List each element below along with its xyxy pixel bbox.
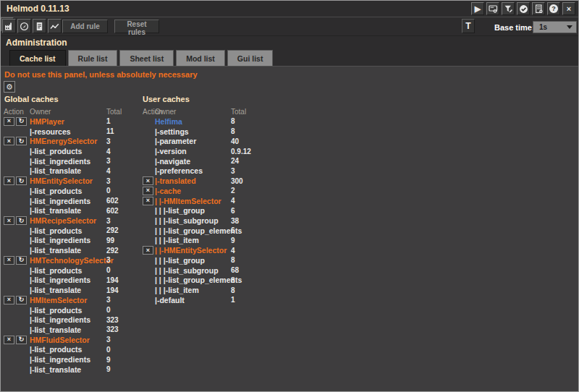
tab-gui-list[interactable]: Gui list <box>227 50 274 66</box>
toolbar-icon-group <box>2 19 62 33</box>
cache-total: 3 <box>106 336 141 344</box>
cache-owner: |-resources <box>30 127 106 136</box>
cache-total: 323 <box>106 316 141 324</box>
cache-owner: |-preferences <box>155 166 231 175</box>
row-actions: × <box>143 246 155 255</box>
refresh-icon: ↻ <box>19 138 25 145</box>
refresh-button[interactable]: ↻ <box>16 137 27 145</box>
cache-row: |-preferences3 <box>143 166 276 176</box>
delete-button[interactable]: × <box>143 197 153 205</box>
delete-button[interactable]: × <box>4 336 14 344</box>
cache-row: ×↻HMItemSelector3 <box>4 295 141 305</box>
row-actions: ×↻ <box>4 176 30 185</box>
column-owner: Owner <box>30 108 106 116</box>
delete-button[interactable]: × <box>4 216 14 225</box>
text-mode-button[interactable]: T <box>462 19 475 33</box>
cache-owner: |-list_translate <box>30 166 106 175</box>
cache-total: 8 <box>231 286 274 294</box>
refresh-icon: ↻ <box>19 297 25 303</box>
gear-button[interactable]: ⚙ <box>4 81 15 93</box>
play-button[interactable]: ▶ <box>471 2 484 15</box>
delete-button[interactable]: × <box>4 137 14 145</box>
cache-row: ×| |-HMEntitySelector4 <box>143 245 276 255</box>
base-time-dropdown[interactable]: 1s <box>533 21 577 33</box>
cache-owner: Helfima <box>155 117 231 126</box>
cache-total: 194 <box>106 276 141 284</box>
cache-row: | | |-list_subgroup38 <box>143 216 276 226</box>
cache-total: 40 <box>231 137 274 145</box>
cache-row: |-list_products0 <box>4 305 141 315</box>
cache-total: 9 <box>106 356 141 364</box>
cache-row: |-list_products4 <box>4 146 141 156</box>
sheet-button[interactable] <box>33 19 46 33</box>
delete-button[interactable]: × <box>4 176 14 185</box>
refresh-button[interactable]: ↻ <box>16 336 27 344</box>
cache-owner: HMItemSelector <box>30 296 106 304</box>
user-caches-title: User caches <box>143 95 190 103</box>
cache-total: 292 <box>106 226 141 234</box>
delete-button[interactable]: × <box>143 246 153 255</box>
cache-row: ×↻HMPlayer1 <box>4 116 141 127</box>
cache-row: |-list_translate292 <box>4 245 141 255</box>
tab-mod-list[interactable]: Mod list <box>176 50 225 66</box>
close-icon: × <box>146 187 150 194</box>
close-icon: × <box>567 5 571 13</box>
cache-owner: |-version <box>155 147 231 155</box>
tab-rule-list[interactable]: Rule list <box>68 50 118 66</box>
cache-owner: |-list_translate <box>30 325 106 334</box>
cache-total: 4 <box>231 197 274 205</box>
cache-owner: |-list_ingredients <box>30 236 106 244</box>
cache-owner: | | |-list_subgroup <box>155 266 231 275</box>
cache-owner: |-list_products <box>30 147 106 155</box>
close-icon: × <box>7 118 11 124</box>
refresh-button[interactable]: ↻ <box>16 296 27 304</box>
refresh-button[interactable]: ↻ <box>16 256 27 265</box>
refresh-button[interactable]: ↻ <box>16 176 27 185</box>
delete-button[interactable]: × <box>4 256 14 265</box>
cache-row: ×↻HMEnergySelector3 <box>4 136 141 146</box>
cache-row: |-parameter40 <box>143 136 276 146</box>
column-owner: Owner <box>155 108 231 116</box>
cache-total: 3 <box>106 157 141 165</box>
titlebar-buttons: ▶ <box>471 2 575 15</box>
delete-button[interactable]: × <box>143 176 153 185</box>
filter-edit-button[interactable] <box>502 2 515 15</box>
compass-button[interactable] <box>17 19 31 33</box>
delete-button[interactable]: × <box>4 117 14 126</box>
refresh-button[interactable]: ↻ <box>16 117 27 126</box>
cache-row: |-list_translate323 <box>4 325 141 335</box>
display-options-button[interactable] <box>486 2 499 15</box>
cache-row: |-resources11 <box>4 127 141 137</box>
graph-button[interactable] <box>48 19 62 33</box>
admin-title: Administration <box>6 38 67 48</box>
add-rule-button[interactable]: Add rule <box>62 20 108 33</box>
cache-owner: | | |-list_item <box>155 286 231 294</box>
tab-cache-list[interactable]: Cache list <box>9 50 66 66</box>
check-button[interactable] <box>517 2 530 15</box>
factory-button[interactable] <box>2 19 16 33</box>
cache-total: 3 <box>231 167 274 175</box>
tab-sheet-list[interactable]: Sheet list <box>119 50 174 66</box>
cache-total: 11 <box>106 127 141 135</box>
cache-total: 602 <box>106 197 141 205</box>
warning-text: Do not use this panel, unless absolutely… <box>4 70 198 79</box>
delete-button[interactable]: × <box>4 296 14 304</box>
cache-owner: |-list_products <box>30 187 106 195</box>
cache-row: |-list_products292 <box>4 226 141 236</box>
cache-total: 24 <box>231 157 274 165</box>
cache-owner: |-list_products <box>30 306 106 315</box>
cache-row: |-list_translate4 <box>4 166 141 176</box>
close-button[interactable]: × <box>562 2 575 15</box>
cache-row: ×↻HMFluidSelector3 <box>4 335 141 345</box>
reset-rules-button[interactable]: Reset rules <box>114 20 159 33</box>
cache-owner: | | |-list_group <box>155 256 231 265</box>
cache-total: 6 <box>231 226 274 234</box>
cache-total: 0 <box>106 306 141 314</box>
list-settings-button[interactable] <box>532 2 545 15</box>
delete-button[interactable]: × <box>143 187 153 195</box>
help-button[interactable]: ? <box>547 2 560 15</box>
cache-owner: |-parameter <box>155 137 231 145</box>
refresh-button[interactable]: ↻ <box>16 216 27 225</box>
cache-row: |-list_ingredients99 <box>4 236 141 246</box>
cache-total: 8 <box>231 256 274 264</box>
